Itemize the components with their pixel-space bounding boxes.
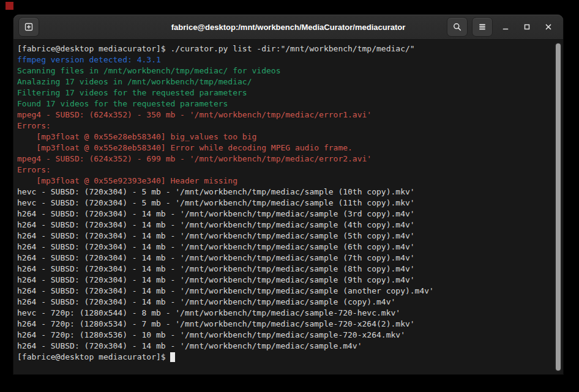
terminal-screen[interactable]: [fabrice@desktop mediacurator]$ ./curato… <box>13 40 563 374</box>
terminal-line: hevc - SUBSD: (720x304) - 5 mb - '/mnt/w… <box>17 187 563 198</box>
terminal-line: Scanning files in /mnt/workbench/tmp/med… <box>17 65 563 76</box>
terminal-line: Errors: <box>17 120 563 131</box>
terminal-line: [fabrice@desktop mediacurator]$ <box>17 352 563 363</box>
terminal-line: h264 - 720p: (1280x534) - 7 mb - '/mnt/w… <box>17 319 563 330</box>
terminal-line: Errors: <box>17 165 563 176</box>
terminal-line: hevc - SUBSD: (720x304) - 5 mb - '/mnt/w… <box>17 198 563 209</box>
terminal-line: [mp3float @ 0x55e28eb58340] Error while … <box>17 142 563 153</box>
terminal-line: h264 - SUBSD: (720x304) - 14 mb - '/mnt/… <box>17 253 563 264</box>
terminal-line: mpeg4 - SUBSD: (624x352) - 699 mb - '/mn… <box>17 153 563 165</box>
search-icon <box>452 22 462 32</box>
terminal-line: h264 - SUBSD: (720x304) - 14 mb - '/mnt/… <box>17 209 563 220</box>
terminal-line: [mp3float @ 0x55e92393e340] Header missi… <box>17 176 563 187</box>
minimize-icon <box>501 22 510 32</box>
terminal-line: h264 - SUBSD: (720x304) - 14 mb - '/mnt/… <box>17 231 563 242</box>
terminal-line: h264 - SUBSD: (720x304) - 14 mb - '/mnt/… <box>17 220 563 231</box>
menu-button[interactable] <box>472 17 493 37</box>
terminal-cursor <box>170 352 175 362</box>
scrollbar-track <box>555 42 562 372</box>
recording-indicator <box>6 2 13 10</box>
terminal-line: hevc - 720p: (1280x544) - 8 mb - '/mnt/w… <box>17 308 563 319</box>
terminal-line: Filtering 17 videos for the requested pa… <box>17 87 563 98</box>
terminal-line: mpeg4 - SUBSD: (624x352) - 350 mb - '/mn… <box>17 109 563 120</box>
terminal-line: [fabrice@desktop mediacurator]$ ./curato… <box>17 43 563 54</box>
terminal-line: h264 - SUBSD: (720x304) - 14 mb - '/mnt/… <box>17 341 563 352</box>
close-button[interactable] <box>540 18 557 35</box>
close-icon <box>544 22 553 32</box>
terminal-line: h264 - 720p: (1280x536) - 10 mb - '/mnt/… <box>17 330 563 341</box>
hamburger-menu-icon <box>477 22 487 32</box>
new-tab-icon <box>24 22 34 32</box>
terminal-line: ffmpeg version detected: 4.3.1 <box>17 54 563 65</box>
terminal-line: [mp3float @ 0x55e28eb58340] big_values t… <box>17 131 563 142</box>
maximize-icon <box>522 22 532 32</box>
search-button[interactable] <box>447 17 468 37</box>
terminal-line: h264 - SUBSD: (720x304) - 14 mb - '/mnt/… <box>17 275 563 286</box>
terminal-line: h264 - SUBSD: (720x304) - 14 mb - '/mnt/… <box>17 242 563 253</box>
minimize-button[interactable] <box>497 18 514 35</box>
new-tab-button[interactable] <box>18 17 39 37</box>
titlebar[interactable]: fabrice@desktop:/mnt/workbench/MediaCura… <box>13 15 563 40</box>
terminal-line: h264 - SUBSD: (720x304) - 14 mb - '/mnt/… <box>17 286 563 297</box>
terminal-output: [fabrice@desktop mediacurator]$ ./curato… <box>13 40 563 363</box>
terminal-line: h264 - SUBSD: (720x304) - 14 mb - '/mnt/… <box>17 297 563 308</box>
terminal-line: Found 17 videos for the requested parame… <box>17 98 563 109</box>
terminal-line: h264 - SUBSD: (720x304) - 14 mb - '/mnt/… <box>17 264 563 275</box>
terminal-window: fabrice@desktop:/mnt/workbench/MediaCura… <box>13 15 563 374</box>
maximize-button[interactable] <box>518 18 536 35</box>
scrollbar-thumb[interactable] <box>556 43 561 371</box>
terminal-line: Analazing 17 videos in /mnt/workbench/tm… <box>17 76 563 87</box>
